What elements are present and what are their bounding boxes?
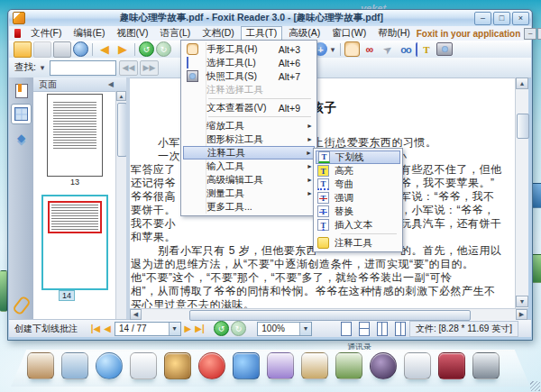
menubar-item-8[interactable]: 帮助(H) xyxy=(372,26,416,41)
last-page-icon[interactable]: ▶| xyxy=(195,324,205,333)
scroll-up-icon[interactable]: ▲ xyxy=(516,77,528,89)
menubar-item-2[interactable]: 视图(V) xyxy=(111,26,153,41)
gallery-icon[interactable] xyxy=(335,352,362,379)
menu-item[interactable]: T强调 xyxy=(316,191,400,205)
menu-item[interactable]: 文本查看器(V)Alt+9 xyxy=(183,101,315,114)
dropdown-caret-icon[interactable]: ▾ xyxy=(169,323,180,335)
desktop-icon-partial[interactable] xyxy=(0,270,7,312)
web-icon[interactable] xyxy=(73,41,88,57)
menubar-item-3[interactable]: 语言(L) xyxy=(154,26,196,41)
camera-icon[interactable] xyxy=(472,352,500,379)
bookmarks-tab[interactable] xyxy=(12,81,31,100)
facing-layout-icon[interactable] xyxy=(377,322,388,336)
close-button[interactable]: × xyxy=(512,12,529,25)
media-player-icon[interactable] xyxy=(370,352,397,379)
attachment-icon[interactable] xyxy=(12,295,32,315)
horizontal-scrollbar[interactable]: ◀ ▶ xyxy=(130,308,527,320)
titlebar[interactable]: 趣味心理学故事.pdf - Foxit Reader 3.0 - [趣味心理学故… xyxy=(9,10,531,26)
zoom-combo[interactable]: 100% ▾ xyxy=(257,322,312,336)
find-next-icon[interactable]: ▶▶ xyxy=(140,60,159,76)
control-panel-icon[interactable] xyxy=(61,352,88,379)
menu-item[interactable]: 图形标注工具► xyxy=(183,132,315,146)
continuous-layout-icon[interactable] xyxy=(359,322,370,336)
menubar-item-6[interactable]: 高级(A) xyxy=(283,26,326,41)
minimize-button[interactable]: – xyxy=(474,12,491,25)
menu-item[interactable]: T插入文本 xyxy=(316,218,400,232)
calculator-icon[interactable] xyxy=(404,352,431,379)
find-options-caret-icon[interactable]: ▾ xyxy=(39,60,46,75)
menu-item[interactable]: 高级编辑工具► xyxy=(183,173,315,187)
menu-item[interactable]: 测量工具► xyxy=(183,187,315,200)
page-thumbnail-13[interactable] xyxy=(47,94,103,177)
menu-item[interactable]: T弯曲 xyxy=(316,178,400,191)
game-icon[interactable] xyxy=(198,352,225,379)
menu-item[interactable]: T高亮 xyxy=(316,164,400,178)
music-icon[interactable] xyxy=(164,352,191,379)
panel-scrollbar[interactable]: ▲ xyxy=(115,91,126,319)
home-icon[interactable] xyxy=(27,352,54,379)
next-view-icon[interactable]: ↻ xyxy=(156,41,171,57)
first-page-icon[interactable]: |◀ xyxy=(91,324,101,333)
notes-icon[interactable] xyxy=(130,352,157,379)
menubar-item-4[interactable]: 文档(D) xyxy=(197,26,240,41)
find-input[interactable] xyxy=(50,60,116,76)
menu-item[interactable]: 输入工具► xyxy=(183,160,315,173)
menubar-item-5[interactable]: 工具(T) xyxy=(241,26,282,41)
search-icon[interactable]: oo xyxy=(398,42,414,57)
menubar-item-7[interactable]: 窗口(W) xyxy=(326,26,371,41)
menubar-item-0[interactable]: 文件(F) xyxy=(25,26,67,41)
menu-item[interactable]: 注释工具► xyxy=(183,146,315,160)
panel-splitter[interactable] xyxy=(126,77,130,319)
help-icon[interactable] xyxy=(438,352,465,379)
next-view-icon[interactable]: ↻ xyxy=(231,321,246,336)
chat-icon[interactable] xyxy=(233,352,260,379)
open-icon[interactable] xyxy=(14,41,32,58)
scroll-left-icon[interactable]: ◀ xyxy=(130,309,142,320)
menubar-item-1[interactable]: 编辑(E) xyxy=(68,26,110,41)
resize-grip[interactable] xyxy=(530,381,540,391)
menu-item[interactable]: 选择工具(L)Alt+6 xyxy=(183,56,315,69)
find-previous-icon[interactable]: ◀◀ xyxy=(119,60,138,76)
documents-icon[interactable] xyxy=(267,352,294,379)
menu-item[interactable]: 注释工具 xyxy=(316,236,400,250)
select-text-icon[interactable]: T xyxy=(416,42,435,57)
hand-tool-icon[interactable] xyxy=(344,41,360,57)
mdi-restore-button[interactable]: □ xyxy=(537,28,541,40)
menu-item[interactable]: 更多工具... xyxy=(183,200,315,214)
menu-item[interactable]: T下划线 xyxy=(316,150,400,164)
mdi-minimize-button[interactable]: – xyxy=(524,28,536,40)
browser-icon[interactable] xyxy=(96,352,123,379)
annotation-select-icon[interactable]: ➤ xyxy=(377,39,399,59)
scrollbar-thumb[interactable] xyxy=(189,310,471,321)
scroll-up-icon[interactable]: ▲ xyxy=(116,91,126,101)
previous-page-icon[interactable]: ◀ xyxy=(96,42,113,57)
single-page-layout-icon[interactable] xyxy=(341,322,352,336)
print-icon[interactable] xyxy=(53,41,71,58)
writing-icon[interactable] xyxy=(301,352,328,379)
previous-view-icon[interactable]: ↺ xyxy=(139,41,154,57)
menu-item[interactable]: 缩放工具► xyxy=(183,119,315,132)
zoom-dropdown-caret-icon[interactable]: ▾ xyxy=(329,42,336,57)
vertical-scrollbar[interactable]: ▲ ▼ xyxy=(515,77,528,308)
next-page-icon[interactable]: ▶ xyxy=(185,324,192,333)
scrollbar-thumb[interactable] xyxy=(517,114,529,139)
previous-page-icon[interactable]: ◀ xyxy=(104,324,111,333)
panel-collapse-icon[interactable]: ◀ xyxy=(108,80,114,88)
scroll-right-icon[interactable]: ▶ xyxy=(516,309,527,320)
page-thumbnail-14[interactable] xyxy=(41,195,108,290)
save-icon[interactable] xyxy=(33,41,51,58)
dropdown-caret-icon[interactable]: ▾ xyxy=(299,323,311,335)
layers-tab[interactable]: ◆ xyxy=(12,128,31,147)
menu-item[interactable]: T替换 xyxy=(316,205,400,218)
menu-item[interactable]: 手形工具(H)Alt+3 xyxy=(183,42,315,56)
menu-item[interactable]: 快照工具(S)Alt+7 xyxy=(183,69,315,83)
scroll-down-icon[interactable]: ▼ xyxy=(516,296,528,307)
page-number-combo[interactable]: 14 / 77 ▾ xyxy=(115,322,181,336)
continuous-facing-layout-icon[interactable] xyxy=(395,322,406,336)
next-page-icon[interactable]: ▶ xyxy=(115,42,131,57)
snapshot-icon[interactable] xyxy=(436,42,453,56)
pages-tab[interactable] xyxy=(11,104,32,124)
loupe-tool-icon[interactable]: ∞ xyxy=(362,42,378,57)
maximize-button[interactable]: □ xyxy=(493,12,510,25)
previous-view-icon[interactable]: ↺ xyxy=(214,321,229,336)
